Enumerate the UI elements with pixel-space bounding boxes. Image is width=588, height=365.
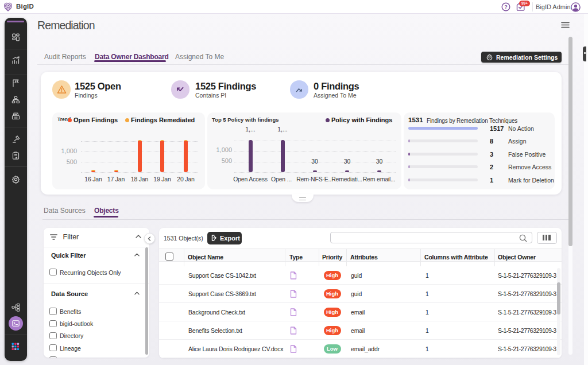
- svg-text:?: ?: [504, 4, 508, 10]
